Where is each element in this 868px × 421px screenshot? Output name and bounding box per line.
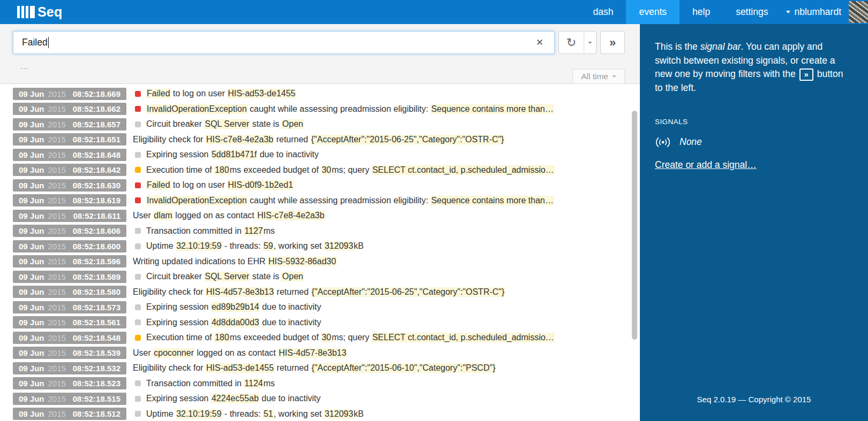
event-row[interactable]: 09 Jun201508:52:18.648Expiring session 5… (0, 147, 640, 163)
seq-logo[interactable]: Seq (0, 0, 62, 24)
message-text: - threads: (222, 409, 263, 418)
message-text: logged on as contact (173, 211, 257, 220)
time-range-label: All time (581, 72, 608, 81)
timestamp-badge: 09 Jun201508:52:18.619 (13, 194, 126, 206)
event-row[interactable]: 09 Jun201508:52:18.596Writing updated in… (0, 254, 640, 270)
top-nav: dash events help settings nblumhardt (580, 0, 868, 24)
events-scrollbar-thumb[interactable] (632, 111, 637, 340)
event-row[interactable]: 09 Jun201508:52:18.573Expiring session e… (0, 300, 640, 315)
event-message: InvalidOperationException caught while a… (146, 104, 554, 114)
account-menu[interactable]: nblumhardt (781, 0, 849, 24)
message-text: Uptime (146, 241, 176, 250)
event-row[interactable]: 09 Jun201508:52:18.512Uptime 32.10:19:59… (0, 407, 640, 421)
highlighted-token: 4d8dda00d3 (211, 318, 260, 327)
level-indicator-warning (135, 335, 141, 341)
event-row[interactable]: 09 Jun201508:52:18.589Circuit breaker SQ… (0, 269, 640, 285)
search-input[interactable]: Failed ✕ (13, 31, 555, 54)
message-text: returned (274, 135, 310, 144)
event-row[interactable]: 09 Jun201508:52:18.515Expiring session 4… (0, 391, 640, 407)
event-row[interactable]: 09 Jun201508:52:18.523Transaction commit… (0, 376, 640, 392)
level-indicator-error (135, 106, 141, 112)
highlighted-token: SELECT ct.contact_id, p.scheduled_admiss… (372, 333, 554, 342)
events-main: Failed ✕ ↻ » … All time 09 Jun201508:52:… (0, 24, 640, 421)
timestamp-badge: 09 Jun201508:52:18.600 (13, 240, 126, 252)
highlighted-token: Failed (146, 180, 171, 190)
message-text: Expiring session (146, 150, 211, 159)
event-row[interactable]: 09 Jun201508:52:18.539User cpoconner log… (0, 346, 640, 361)
message-text: logged on as contact (194, 348, 278, 357)
level-indicator-debug (135, 228, 141, 234)
signals-heading: SIGNALS (655, 118, 850, 126)
event-message: Transaction committed in 1127ms (146, 226, 275, 236)
timestamp-badge: 09 Jun201508:52:18.606 (13, 225, 126, 237)
level-indicator-debug (135, 243, 141, 249)
event-row[interactable]: 09 Jun201508:52:18.611User dlam logged o… (0, 208, 640, 224)
message-text: state is (250, 272, 282, 281)
highlighted-token: SQL Server (204, 272, 250, 281)
event-row[interactable]: 09 Jun201508:52:18.642Execution time of … (0, 163, 640, 178)
clear-search-icon[interactable]: ✕ (533, 35, 547, 50)
highlighted-token: 1124 (244, 379, 263, 388)
create-signal-link[interactable]: Create or add a signal… (655, 159, 757, 171)
event-row[interactable]: 09 Jun201508:52:18.669Failed to log on u… (0, 86, 640, 102)
event-message: Writing updated indications to EHR HIS-5… (133, 257, 337, 266)
event-message: User dlam logged on as contact HIS-c7e8-… (133, 211, 325, 220)
signal-none-row: None (655, 136, 850, 148)
event-row[interactable]: 09 Jun201508:52:18.561Expiring session 4… (0, 315, 640, 331)
time-range-dropdown[interactable]: All time (572, 69, 625, 84)
timestamp-badge: 09 Jun201508:52:18.669 (13, 88, 126, 100)
message-text: to log on user (171, 89, 228, 98)
level-indicator-debug (135, 396, 141, 402)
timestamp-badge: 09 Jun201508:52:18.523 (13, 377, 126, 389)
highlighted-token: HIS-5932-86ad30 (268, 257, 336, 266)
event-row[interactable]: 09 Jun201508:52:18.651Eligibility check … (0, 132, 640, 148)
event-row[interactable]: 09 Jun201508:52:18.580Eligibility check … (0, 285, 640, 300)
event-message: Expiring session 4d8dda00d3 due to inact… (146, 318, 321, 327)
event-message: Uptime 32.10:19:59 - threads: 51, workin… (146, 409, 364, 419)
message-text: User (133, 348, 153, 357)
message-text: ms; query (331, 165, 372, 174)
highlighted-token: 4224ec55ab (211, 394, 259, 403)
highlighted-token: SELECT ct.contact_id, p.scheduled_admiss… (372, 165, 554, 175)
nav-settings[interactable]: settings (723, 0, 781, 24)
event-message: InvalidOperationException caught while a… (146, 196, 554, 205)
timestamp-badge: 09 Jun201508:52:18.512 (13, 408, 126, 420)
nav-help[interactable]: help (680, 0, 723, 24)
level-indicator-warning (135, 167, 141, 173)
event-message: Expiring session 5dd81b471f due to inact… (146, 150, 319, 159)
refresh-options-button[interactable] (584, 32, 596, 53)
avatar[interactable] (849, 1, 868, 23)
event-row[interactable]: 09 Jun201508:52:18.630Failed to log on u… (0, 178, 640, 193)
highlighted-token: 30 (321, 333, 332, 342)
highlighted-token: Open (282, 272, 304, 281)
seq-logo-bars-icon (17, 6, 35, 18)
event-row[interactable]: 09 Jun201508:52:18.532Eligibility check … (0, 361, 640, 376)
nav-events[interactable]: events (626, 0, 680, 24)
promote-filter-button[interactable]: » (600, 31, 625, 54)
refresh-button[interactable]: ↻ (559, 32, 584, 53)
timestamp-badge: 09 Jun201508:52:18.561 (13, 316, 126, 328)
event-row[interactable]: 09 Jun201508:52:18.606Transaction commit… (0, 224, 640, 239)
refresh-icon: ↻ (567, 36, 576, 50)
message-text: - threads: (222, 241, 263, 250)
event-row[interactable]: 09 Jun201508:52:18.657Circuit breaker SQ… (0, 117, 640, 132)
version-footer: Seq 2.0.19 — Copyright © 2015 (640, 395, 868, 404)
event-message: Circuit breaker SQL Server state is Open (146, 272, 304, 281)
message-text: state is (250, 119, 282, 128)
highlighted-token: Sequence contains more than… (431, 196, 554, 205)
highlighted-token: 59 (263, 241, 274, 251)
message-text: Eligibility check for (133, 363, 206, 372)
event-row[interactable]: 09 Jun201508:52:18.548Execution time of … (0, 330, 640, 346)
filter-history-toggle[interactable]: … (20, 62, 625, 71)
refresh-button-group: ↻ (558, 31, 597, 54)
event-row[interactable]: 09 Jun201508:52:18.662InvalidOperationEx… (0, 102, 640, 117)
message-text: Transaction committed in (146, 226, 244, 235)
highlighted-token: HIS-4d57-8e3b13 (278, 348, 347, 358)
chevron-down-icon (612, 75, 616, 78)
nav-dash[interactable]: dash (580, 0, 627, 24)
highlighted-token: 180 (214, 333, 230, 342)
event-row[interactable]: 09 Jun201508:52:18.600Uptime 32.10:19:59… (0, 239, 640, 254)
timestamp-badge: 09 Jun201508:52:18.589 (13, 271, 126, 283)
message-text: , working set (274, 241, 324, 250)
event-row[interactable]: 09 Jun201508:52:18.619InvalidOperationEx… (0, 193, 640, 209)
